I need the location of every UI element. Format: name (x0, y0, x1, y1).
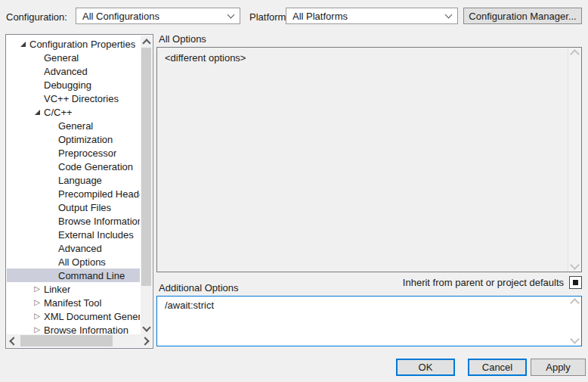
tree-item-label: Code Generation (58, 161, 133, 172)
tree-item[interactable]: C/C++ (7, 105, 140, 119)
tree-item[interactable]: General (7, 119, 140, 132)
cancel-button[interactable]: Cancel (468, 359, 527, 376)
tree-item[interactable]: Code Generation (7, 160, 140, 173)
tree-twisty-icon[interactable] (30, 106, 44, 118)
tree-item-label: Advanced (58, 243, 102, 254)
scroll-up-icon[interactable] (568, 300, 580, 304)
tree-item[interactable]: Configuration Properties (7, 37, 140, 51)
tree-twisty-icon (30, 51, 44, 64)
tree-item-label: Output Files (58, 202, 111, 213)
scroll-down-icon[interactable] (568, 338, 580, 343)
tree-twisty-icon (30, 92, 44, 104)
tree-twisty-icon (45, 215, 58, 227)
platform-dropdown[interactable]: All Platforms (286, 8, 458, 24)
tree-twisty-icon (45, 120, 58, 132)
tree-twisty-icon[interactable] (30, 324, 44, 334)
inherit-row: Inherit from parent or project defaults (403, 276, 582, 289)
scroll-up-icon[interactable] (141, 36, 152, 48)
tree-item-label: Command Line (58, 270, 125, 281)
all-options-scrollbar[interactable] (568, 48, 580, 271)
tree-item[interactable]: Language (7, 173, 140, 187)
scrollbar-thumb[interactable] (141, 48, 151, 286)
tree-item-label: Optimization (58, 134, 113, 145)
tree-twisty-icon (45, 269, 58, 281)
configuration-dropdown-value: All Configurations (82, 11, 228, 22)
tree-item[interactable]: Advanced (7, 64, 140, 78)
configuration-manager-button[interactable]: Configuration Manager... (463, 8, 582, 24)
tree-item[interactable]: Browse Information (7, 323, 140, 334)
tree-item[interactable]: Output Files (7, 200, 140, 214)
tree-item-label: External Includes (58, 229, 134, 241)
tree-twisty-icon (30, 79, 44, 91)
scroll-down-icon[interactable] (568, 264, 580, 269)
tree-item-label: General (58, 120, 93, 132)
all-options-box[interactable]: <different options> (156, 47, 582, 272)
tree-item[interactable]: Debugging (7, 78, 140, 92)
tree-item-label: C/C++ (44, 107, 73, 118)
tree-item-label: Browse Information (44, 325, 128, 335)
tree-item[interactable]: General (7, 51, 140, 64)
tree-twisty-icon (45, 188, 58, 200)
tree-item-label: Preprocessor (58, 148, 116, 159)
tree-item-label: Configuration Properties (29, 39, 135, 50)
tree-item-label: Precompiled Heade (58, 188, 140, 200)
additional-options-scrollbar[interactable] (568, 297, 580, 345)
tree-twisty-icon (30, 65, 44, 77)
tree-item-label: Advanced (44, 66, 88, 77)
chevron-down-icon (445, 11, 453, 19)
ok-button[interactable]: OK (396, 359, 455, 376)
tree-item[interactable]: Linker (7, 282, 140, 296)
checkbox-indeterminate-icon (573, 280, 578, 285)
tree-item[interactable]: Preprocessor (7, 146, 140, 160)
tree-twisty-icon (45, 133, 58, 145)
tree-twisty-icon (45, 256, 58, 268)
inherit-checkbox[interactable] (569, 276, 582, 289)
tree-item-label: Linker (44, 284, 70, 295)
apply-button[interactable]: Apply (531, 359, 586, 376)
properties-tree-panel: Configuration Properties General Advance… (5, 34, 153, 349)
additional-options-value: /await:strict (165, 300, 565, 311)
additional-options-label: Additional Options (159, 282, 239, 293)
tree-item[interactable]: XML Document Genera (7, 309, 140, 323)
tree-vertical-scrollbar[interactable] (141, 36, 152, 334)
scrollbar-thumb[interactable] (20, 335, 113, 346)
scroll-down-icon[interactable] (141, 322, 152, 334)
tree-twisty-icon[interactable] (30, 310, 44, 322)
tree-twisty-icon[interactable] (16, 38, 29, 50)
tree-item-label: VC++ Directories (44, 93, 119, 104)
scroll-right-icon[interactable] (140, 334, 152, 347)
tree-twisty-icon[interactable] (30, 297, 44, 309)
tree-item[interactable]: Manifest Tool (7, 296, 140, 309)
additional-options-input[interactable]: /await:strict (156, 296, 582, 346)
tree-twisty-icon (45, 201, 58, 213)
properties-tree: Configuration Properties General Advance… (7, 37, 140, 334)
tree-item[interactable]: Precompiled Heade (7, 187, 140, 200)
tree-item[interactable]: Command Line (7, 269, 140, 282)
scroll-left-icon[interactable] (7, 334, 19, 347)
tree-item-label: Debugging (44, 79, 91, 91)
tree-item[interactable]: VC++ Directories (7, 92, 140, 105)
inherit-label: Inherit from parent or project defaults (403, 277, 564, 288)
all-options-value: <different options> (165, 52, 565, 64)
tree-twisty-icon (45, 242, 58, 254)
tree-item[interactable]: External Includes (7, 228, 140, 241)
tree-twisty-icon[interactable] (30, 283, 44, 295)
scroll-up-icon[interactable] (568, 51, 580, 55)
tree-twisty-icon (45, 228, 58, 241)
tree-item[interactable]: Optimization (7, 132, 140, 146)
chevron-down-icon (227, 11, 235, 19)
tree-item[interactable]: Browse Information (7, 214, 140, 228)
tree-item[interactable]: Advanced (7, 241, 140, 255)
configuration-label: Configuration: (6, 11, 67, 23)
platform-dropdown-value: All Platforms (292, 11, 446, 22)
tree-item[interactable]: All Options (7, 255, 140, 269)
tree-twisty-icon (45, 147, 58, 159)
tree-item-label: Manifest Tool (44, 297, 101, 309)
tree-item-label: All Options (58, 256, 106, 268)
tree-item-label: Browse Information (58, 216, 140, 227)
all-options-label: All Options (159, 33, 206, 45)
configuration-dropdown[interactable]: All Configurations (76, 8, 240, 24)
platform-label: Platform: (249, 11, 289, 23)
tree-item-label: Language (58, 175, 102, 186)
tree-horizontal-scrollbar[interactable] (7, 334, 152, 347)
